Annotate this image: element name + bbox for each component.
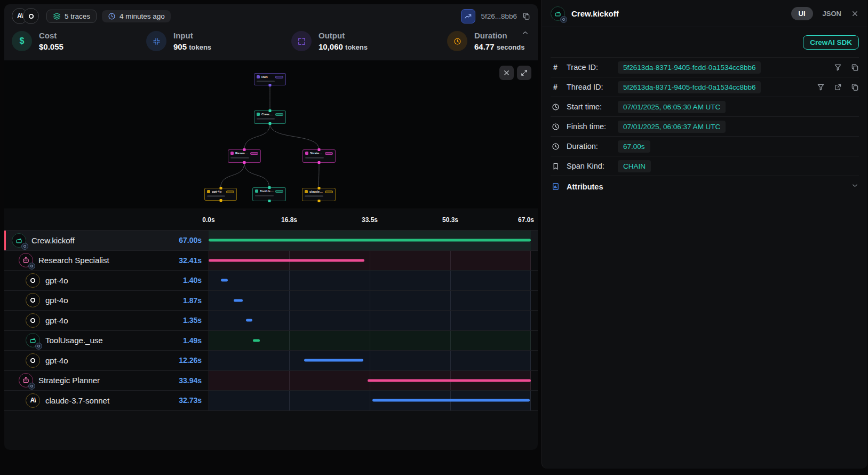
node-title: Strategic Planner [310,152,323,155]
flow-edge [244,163,269,187]
flow-node-gpt[interactable]: gpt-4o [204,188,237,201]
node-port-top [268,186,270,189]
waterfall-row[interactable]: gpt-4o 1.87s [4,290,538,311]
span-bar[interactable] [209,239,531,242]
stat-label: Input [173,31,211,40]
span-bar[interactable] [246,319,252,322]
field-value[interactable]: 67.00s [618,140,650,153]
field-value[interactable]: 5f2613da-8371-9405-fcdd-0a1534cc8bb6 [618,61,761,74]
attributes-label: Attributes [567,183,603,191]
flow-node-strategic[interactable]: Strategic Planner [302,149,336,163]
field-value[interactable]: CHAIN [618,160,651,172]
provider-avatars: A\ [12,8,39,24]
span-name: claude-3.7-sonnet [45,396,109,405]
axis-tick-label: 16.8s [281,216,297,224]
funnel-icon[interactable] [817,83,825,91]
node-title: Crew.kickoff [261,113,274,116]
node-subtitle [305,195,323,197]
node-port-top [243,148,246,151]
clock-icon [551,103,560,111]
flow-node-research[interactable]: Research Speciali... [228,149,261,163]
clock-icon [551,123,560,131]
collapse-stats-chevron-icon[interactable] [521,29,529,39]
flow-edge [244,124,270,149]
waterfall-row[interactable]: Crew.kickoff 67.00s [4,230,538,250]
copy-icon[interactable] [851,64,859,72]
input-icon [146,31,166,51]
attributes-section-toggle[interactable]: Attributes [551,176,859,197]
flow-edge [319,163,320,188]
span-bar[interactable] [253,339,260,342]
node-status-badge [226,191,234,193]
agentops-badge-icon [560,16,567,23]
chevron-down-icon [851,181,859,192]
waterfall-row[interactable]: gpt-4o 1.35s [4,310,538,330]
waterfall-row[interactable]: gpt-4o 12.26s [4,350,538,370]
span-name: gpt-4o [45,356,68,365]
field-value[interactable]: 07/01/2025, 06:05:30 AM UTC [618,101,726,113]
span-detail-panel: Crew.kickoff UI JSON CrewAI SDK # Trace … [541,0,867,469]
span-duration: 1.87s [183,296,209,305]
close-graph-button[interactable] [499,66,514,80]
waterfall-row[interactable]: Research Specialist 32.41s [4,250,538,271]
span-bar[interactable] [368,379,531,382]
node-port-bottom [317,200,320,202]
traces-count-badge[interactable]: 5 traces [46,10,97,23]
node-title: Research Speciali... [235,152,249,155]
field-value[interactable]: 07/01/2025, 06:06:37 AM UTC [618,121,726,133]
span-name: gpt-4o [45,276,68,285]
clock-icon [108,12,116,20]
waterfall-row[interactable]: Strategic Planner 33.94s [4,370,538,391]
flow-node-claude[interactable]: claude-3.7-sonnet [302,188,336,201]
output-icon [291,31,312,51]
detail-header-actions: UI JSON [791,7,859,20]
external-icon[interactable] [834,83,842,91]
funnel-icon[interactable] [834,64,842,72]
copy-icon[interactable] [851,83,859,91]
copy-trace-id-icon[interactable] [522,12,530,20]
node-port-bottom [318,161,321,164]
trace-id-short[interactable]: 5f26...8bb6 [481,12,517,20]
sdk-badge: CrewAI SDK [803,35,859,50]
node-subtitle [255,195,274,196]
metrics-chart-button[interactable] [461,9,475,23]
span-bar[interactable] [209,259,364,262]
close-panel-icon[interactable] [851,10,859,18]
trace-flow-graph: Run Crew.kickoff Research Speciali... St… [4,60,538,209]
openai-icon [26,293,40,307]
waterfall-row[interactable]: gpt-4o 1.40s [4,270,538,290]
stat-label: Cost [39,31,63,40]
span-bar[interactable] [304,359,363,362]
time-ago-badge: 4 minutes ago [102,10,171,22]
openai-icon [26,273,40,288]
flow-node-tool[interactable]: ToolUsage._use [252,187,286,201]
expand-graph-button[interactable] [517,66,531,80]
span-bar[interactable] [221,279,228,282]
span-name: Research Specialist [38,256,109,265]
node-type-icon [257,113,260,116]
waterfall-row[interactable]: ToolUsage._use 1.49s [4,330,538,351]
axis-tick-label: 33.5s [362,216,378,224]
agentops-badge-icon [28,383,35,390]
hash-icon: # [551,63,560,72]
node-type-icon [257,75,260,78]
trace-header-bar: A\ 5 traces 4 minutes ago 5f26...8bb6 [4,4,538,28]
waterfall-row[interactable]: A\ claude-3.7-sonnet 32.73s [4,390,538,410]
tab-ui[interactable]: UI [791,7,813,20]
flow-node-crew[interactable]: Crew.kickoff [254,110,286,124]
span-timeline-cell [209,371,531,391]
axis-tick-label: 0.0s [202,216,214,224]
node-status-badge [275,76,283,78]
field-label: Thread ID: [567,83,611,91]
agentops-badge-icon [28,263,35,270]
node-type-icon [207,190,210,193]
span-bar[interactable] [372,399,530,402]
field-value[interactable]: 5f2613da-8371-9405-fcdd-0a1534cc8bb6 [618,81,761,93]
openai-icon [26,313,40,328]
agentops-badge-icon [35,343,42,350]
tab-json[interactable]: JSON [823,10,841,18]
span-timeline-cell [209,231,531,250]
crew-icon [12,233,26,248]
flow-node-run[interactable]: Run [254,73,286,85]
span-bar[interactable] [234,299,243,302]
